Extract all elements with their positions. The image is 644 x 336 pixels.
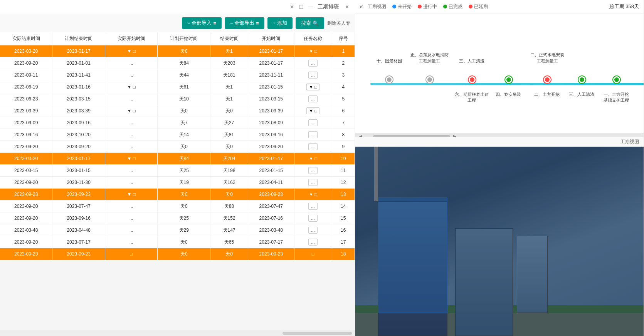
row-action-button[interactable]: ... [308, 131, 317, 138]
timeline-scrollbar[interactable]: ◀ ▶ [355, 133, 644, 137]
cell-actual-start: □ ▼ [105, 189, 158, 201]
cell-name[interactable]: ... [294, 177, 332, 189]
export-all-button[interactable]: ≡ 全部导出 ≡ [225, 17, 264, 29]
cell-actual-start: ... [105, 129, 158, 141]
row-action-button[interactable]: □ ▼ [306, 48, 320, 55]
collapse-button[interactable]: « [360, 3, 363, 10]
cell-end: 天0 [210, 105, 248, 117]
cell-plan-start: 天84 [158, 153, 210, 165]
cell-end: 天1 [210, 45, 248, 57]
cell-name[interactable]: ... [294, 224, 332, 236]
panel-title: 工期排班 [318, 3, 339, 10]
cell-actual-end: 2023-09-20 [0, 141, 52, 153]
cell-id: 3 [332, 69, 355, 81]
panel-close-button[interactable]: × [345, 3, 349, 10]
cell-name[interactable]: □ ▼ [294, 189, 332, 201]
cell-plan-end: 2023-09-20 [52, 141, 105, 153]
cell-name[interactable]: ... [294, 93, 332, 105]
th-actual-end: 实际结束时间 [0, 32, 52, 45]
scroll-left-arrow[interactable]: ◀ [355, 134, 365, 137]
cell-plan-start: 天7 [158, 117, 210, 129]
row-action-button[interactable]: □ ▼ [306, 191, 320, 198]
cell-name[interactable]: ... [294, 165, 332, 177]
cell-actual-start: ... [105, 117, 158, 129]
cell-name[interactable]: ... [294, 141, 332, 153]
row-action-button[interactable]: □ ▼ [306, 107, 320, 114]
cell-name[interactable]: □ ▼ [294, 81, 332, 93]
row-action-button[interactable]: ... [308, 95, 317, 102]
legend-dot-completed [443, 5, 447, 8]
cell-actual-start: ... [105, 177, 158, 189]
cell-name[interactable]: ... [294, 129, 332, 141]
node4-label-below: 四、签安吊装 [489, 92, 528, 97]
node4-circle [505, 76, 512, 83]
window-close-button[interactable]: × [288, 3, 296, 11]
cell-actual-start: □ ▼ [105, 105, 158, 117]
cell-name[interactable]: □ ▼ [294, 105, 332, 117]
row-action-button[interactable]: ... [308, 72, 317, 79]
row-action-button[interactable]: ... [308, 203, 317, 210]
th-name: 任务名称 [294, 32, 332, 45]
table-horizontal-scrollbar[interactable] [0, 330, 355, 336]
row-action-button[interactable]: ... [308, 167, 317, 174]
cell-name[interactable]: □ ▼ [294, 153, 332, 165]
cell-id: 4 [332, 81, 355, 93]
table-row: 12 ... 2023-04-11 天162 天19 ... 2023-11-3… [0, 177, 355, 189]
row-action-button[interactable]: ... [308, 239, 317, 246]
table-row: 1 □ ▼ 2023-01-17 天1 天8 □ ▼ 2023-01-17 20… [0, 45, 355, 57]
add-button[interactable]: 添加 + [267, 17, 293, 29]
search-button[interactable]: 🔍 搜索 [296, 17, 324, 29]
cell-start: 2023-09-16 [248, 129, 294, 141]
cell-name[interactable]: ... [294, 212, 332, 224]
cell-plan-start: 天19 [158, 177, 210, 189]
cell-actual-end: 2023-03-20 [0, 45, 52, 57]
row-action-button[interactable]: □ ▼ [306, 155, 320, 162]
scroll-right-arrow[interactable]: ▶ [450, 134, 461, 137]
row-action-button[interactable]: ... [308, 119, 317, 126]
row-action-button[interactable]: □ [309, 251, 317, 257]
table-row: 10 □ ▼ 2023-01-17 天204 天84 □ ▼ 2023-01-1… [0, 153, 355, 165]
cell-plan-start: 天25 [158, 165, 210, 177]
worker-view-section-label: 工期视图 [355, 137, 644, 147]
horizontal-scroll-thumb[interactable] [282, 332, 352, 335]
cell-name[interactable]: □ [294, 248, 332, 260]
import-all-button[interactable]: ≡ 全部导入 ≡ [182, 17, 222, 29]
row-action-button[interactable]: ... [308, 60, 317, 67]
cell-plan-end: 2023-01-17 [52, 153, 105, 165]
table-row: 11 ... 2023-01-15 天198 天25 ... 2023-01-1… [0, 165, 355, 177]
window-minimize-button[interactable]: ─ [307, 3, 314, 11]
cell-end: 天198 [210, 165, 248, 177]
legend-in-progress: 进行中 [418, 3, 437, 10]
scroll-thumb[interactable] [373, 135, 450, 137]
node1-circle [386, 76, 393, 83]
cell-plan-start: 天14 [158, 129, 210, 141]
cell-name[interactable]: ... [294, 57, 332, 69]
cell-plan-end: 2023-11-41 [52, 69, 105, 81]
row-action-button[interactable]: ... [308, 143, 317, 150]
cell-name[interactable]: □ ▼ [294, 45, 332, 57]
cell-actual-end: 2023-09-23 [0, 248, 52, 260]
row-action-button[interactable]: ... [308, 227, 317, 234]
row-action-button[interactable]: ... [308, 215, 317, 222]
legend-not-started: 未开始 [392, 3, 412, 10]
cell-plan-end: 2023-01-17 [52, 45, 105, 57]
row-action-button[interactable]: ... [308, 179, 317, 186]
cell-name[interactable]: ... [294, 236, 332, 248]
cell-start: 2023-09-20 [248, 141, 294, 153]
cell-end: 天204 [210, 153, 248, 165]
cell-actual-start: □ [105, 248, 158, 260]
timeline-scroll-wrapper[interactable]: 十、图景材园 正、总策及水电消防工程测量工 三、人工清渣 六、期斯联赛土建工程 [355, 17, 644, 133]
node3-circle [469, 76, 476, 83]
table-row: 6 □ ▼ 2023-03-39 天0 天0 □ ▼ 2023-03-39 20… [0, 105, 355, 117]
window-restore-button[interactable]: □ [298, 3, 305, 11]
cell-actual-start: ... [105, 141, 158, 153]
node5-label-below: 二、土方开挖 [528, 92, 566, 97]
cell-name[interactable]: ... [294, 201, 332, 212]
cell-id: 8 [332, 129, 355, 141]
row-action-button[interactable]: □ ▼ [306, 84, 320, 90]
cell-name[interactable]: ... [294, 117, 332, 129]
total-days-label: 总工期 358天 [609, 3, 639, 10]
cell-name[interactable]: ... [294, 69, 332, 81]
table-wrapper[interactable]: 序号 任务名称 开始时间 结束时间 计划开始时间 实际开始时间 计划结束时间 实… [0, 32, 355, 330]
cell-start: 2023-01-15 [248, 81, 294, 93]
